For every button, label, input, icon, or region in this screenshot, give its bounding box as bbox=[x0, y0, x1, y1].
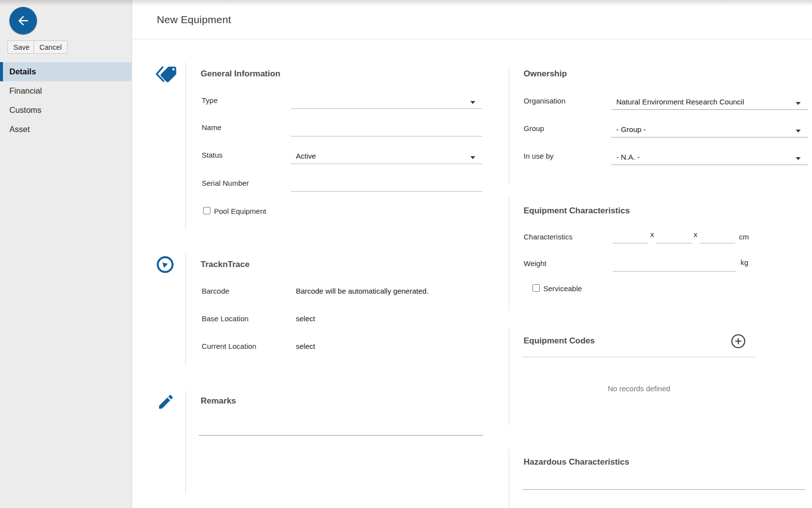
dimension-separator-2: x bbox=[694, 230, 698, 238]
pencil-icon bbox=[157, 393, 175, 413]
in-use-by-value: - N.A. - bbox=[616, 153, 640, 161]
cancel-button[interactable]: Cancel bbox=[34, 40, 68, 54]
new-equipment-page: Save Cancel Details Financial Customs As… bbox=[0, 0, 812, 508]
trackntrace-section-rule bbox=[185, 253, 186, 366]
type-select[interactable] bbox=[291, 93, 482, 109]
sidebar-item-customs[interactable]: Customs bbox=[0, 101, 132, 120]
codes-section-rule bbox=[509, 328, 509, 425]
codes-divider bbox=[523, 357, 755, 357]
chevron-down-icon bbox=[470, 101, 475, 104]
general-section-rule bbox=[185, 63, 186, 230]
group-value: - Group - bbox=[616, 125, 646, 134]
barcode-label: Barcode bbox=[202, 287, 229, 295]
serial-number-label: Serial Number bbox=[202, 179, 249, 187]
name-label: Name bbox=[202, 123, 221, 132]
sidebar-item-financial[interactable]: Financial bbox=[0, 81, 132, 101]
barcode-value: Barcode will be automatically generated. bbox=[296, 287, 428, 295]
type-label: Type bbox=[202, 96, 218, 104]
serviceable-checkbox[interactable] bbox=[532, 284, 540, 292]
ownership-section-rule bbox=[509, 67, 509, 185]
dimension-height-input[interactable] bbox=[700, 234, 735, 243]
codes-empty-message: No records defined bbox=[523, 384, 755, 393]
sidebar-item-details[interactable]: Details bbox=[0, 62, 132, 81]
page-title: New Equipment bbox=[157, 14, 231, 26]
remarks-section-title: Remarks bbox=[201, 396, 236, 406]
trackntrace-section-title: TracknTrace bbox=[201, 260, 249, 270]
chevron-down-icon bbox=[796, 157, 801, 160]
remarks-input[interactable] bbox=[199, 411, 483, 436]
general-section-title: General Information bbox=[201, 69, 281, 79]
group-select[interactable]: - Group - bbox=[611, 121, 808, 137]
organisation-label: Organisation bbox=[524, 97, 565, 105]
pool-equipment-checkbox[interactable] bbox=[203, 207, 211, 214]
chevron-down-icon bbox=[796, 130, 801, 133]
sidebar: Save Cancel Details Financial Customs As… bbox=[0, 0, 132, 508]
sidebar-item-asset[interactable]: Asset bbox=[0, 120, 132, 139]
serial-number-input[interactable] bbox=[291, 175, 482, 192]
chevron-down-icon bbox=[470, 156, 475, 159]
characteristics-label: Characteristics bbox=[524, 233, 572, 241]
in-use-by-label: In use by bbox=[524, 152, 554, 160]
back-button[interactable] bbox=[9, 7, 37, 34]
pool-equipment-label: Pool Equipment bbox=[214, 207, 266, 215]
name-input[interactable] bbox=[291, 120, 482, 136]
base-location-select-link[interactable]: select bbox=[296, 314, 315, 323]
plus-circle-icon bbox=[731, 334, 746, 349]
ownership-section-title: Ownership bbox=[524, 69, 567, 79]
weight-unit: kg bbox=[741, 258, 748, 267]
current-location-label: Current Location bbox=[202, 342, 256, 350]
remarks-section-rule bbox=[185, 391, 186, 494]
hazardous-input[interactable] bbox=[523, 470, 805, 490]
current-location-select-link[interactable]: select bbox=[296, 342, 315, 350]
serviceable-label: Serviceable bbox=[543, 284, 582, 293]
sidebar-nav: Details Financial Customs Asset bbox=[0, 62, 132, 139]
status-select[interactable]: Active bbox=[291, 148, 482, 164]
organisation-value: Natural Environment Research Council bbox=[616, 98, 744, 106]
status-label: Status bbox=[202, 151, 223, 159]
header-divider bbox=[133, 39, 812, 39]
dimension-length-input[interactable] bbox=[613, 234, 648, 243]
codes-section-title: Equipment Codes bbox=[524, 336, 595, 346]
base-location-label: Base Location bbox=[202, 314, 248, 323]
save-button[interactable]: Save bbox=[7, 40, 35, 54]
add-equipment-code-button[interactable] bbox=[731, 334, 746, 349]
dimension-width-input[interactable] bbox=[656, 234, 692, 243]
status-value: Active bbox=[296, 152, 316, 160]
dimension-separator-1: x bbox=[650, 230, 654, 238]
characteristics-section-title: Equipment Characteristics bbox=[524, 206, 630, 216]
weight-label: Weight bbox=[524, 259, 546, 268]
arrow-left-icon bbox=[16, 14, 30, 28]
compass-icon bbox=[156, 256, 174, 275]
weight-input[interactable] bbox=[613, 256, 736, 271]
hazardous-section-rule bbox=[509, 449, 509, 508]
in-use-by-select[interactable]: - N.A. - bbox=[611, 148, 808, 165]
organisation-select[interactable]: Natural Environment Research Council bbox=[611, 93, 808, 110]
hazardous-section-title: Hazardous Characteristics bbox=[524, 457, 629, 467]
tags-icon bbox=[155, 65, 177, 86]
characteristics-section-rule bbox=[509, 197, 509, 310]
chevron-down-icon bbox=[796, 102, 801, 105]
dimension-unit: cm bbox=[739, 233, 749, 241]
group-label: Group bbox=[524, 124, 544, 133]
